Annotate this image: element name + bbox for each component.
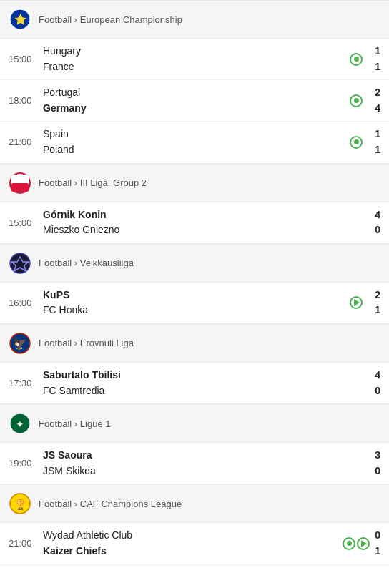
team-name-away: Mieszko Gniezno (43, 223, 346, 237)
league-logo-euro: ⭐ (9, 8, 31, 31)
match-time: 18:00 (9, 95, 43, 106)
match-status (346, 53, 366, 66)
league-name-caf: Football › CAF Champions League (39, 499, 182, 509)
match-scores: 0 1 (366, 529, 380, 558)
match-teams: KuPS FC Honka (43, 288, 346, 318)
match-status (346, 94, 366, 107)
score-away: 1 (375, 303, 380, 318)
team-name-away: FC Samtredia (43, 384, 346, 398)
svg-rect-4 (11, 175, 29, 183)
match-time: 21:00 (9, 538, 43, 549)
team-name-home: Saburtalo Tbilisi (43, 368, 346, 383)
score-home: 3 (375, 449, 380, 463)
score-home: 4 (375, 208, 380, 222)
match-time: 16:00 (9, 298, 43, 308)
match-scores: 1 1 (366, 44, 380, 74)
team-name-home: KuPS (43, 288, 346, 303)
team-name-away: Poland (43, 143, 346, 157)
league-header-iii-liga[interactable]: Football › III Liga, Group 2 (0, 164, 389, 202)
score-away: 0 (375, 384, 380, 398)
svg-text:⭐: ⭐ (14, 14, 27, 26)
team-name-home: Spain (43, 127, 346, 142)
team-name-away: Germany (43, 102, 346, 116)
team-name-home: Górnik Konin (43, 208, 346, 222)
match-row[interactable]: 16:00 KuPS FC Honka 2 1 (0, 283, 389, 324)
match-teams: Hungary France (43, 44, 346, 74)
league-logo-caf: 🏆 (9, 492, 31, 515)
league-logo-erovnuli: 🦅 (9, 332, 31, 355)
svg-rect-3 (11, 183, 29, 192)
league-name-veikkaus: Football › Veikkausliiga (39, 258, 134, 268)
score-away: 1 (375, 544, 380, 559)
score-away: 4 (375, 102, 380, 116)
match-row[interactable]: 15:00 Hungary France 1 1 (0, 39, 389, 80)
league-name-erovnuli: Football › Erovnuli Liga (39, 338, 134, 348)
match-teams: Portugal Germany (43, 86, 346, 115)
svg-text:🏆: 🏆 (14, 499, 27, 511)
league-header-erovnuli[interactable]: 🦅 Football › Erovnuli Liga (0, 324, 389, 363)
score-home: 0 (375, 529, 380, 543)
score-away: 0 (375, 464, 380, 479)
match-time: 15:00 (9, 54, 43, 64)
league-logo-veikkaus (9, 252, 31, 275)
match-row[interactable]: 17:30 Saburtalo Tbilisi FC Samtredia 4 0 (0, 363, 389, 404)
team-name-home: JS Saoura (43, 449, 346, 463)
live-play-indicator (350, 296, 363, 309)
match-scores: 2 4 (366, 86, 380, 115)
score-away: 0 (375, 223, 380, 237)
match-scores: 3 0 (366, 449, 380, 478)
team-name-away: JSM Skikda (43, 464, 346, 479)
match-teams: Wydad Athletic Club Kaizer Chiefs (43, 529, 346, 558)
match-teams: Saburtalo Tbilisi FC Samtredia (43, 368, 346, 398)
match-time: 15:00 (9, 217, 43, 228)
league-header-euro[interactable]: ⭐ Football › European Championship (0, 0, 389, 39)
team-name-away: France (43, 60, 346, 74)
svg-text:🦅: 🦅 (13, 337, 27, 351)
match-scores: 1 1 (366, 127, 380, 157)
live-indicator (350, 136, 363, 149)
league-name-euro: Football › European Championship (39, 14, 182, 25)
match-row[interactable]: 18:00 Portugal Germany 2 4 (0, 80, 389, 122)
league-header-ligue1-alg[interactable]: ✦ Football › Ligue 1 (0, 404, 389, 443)
svg-text:✦: ✦ (16, 418, 24, 430)
live-indicator (350, 53, 363, 66)
score-home: 2 (375, 288, 380, 303)
league-name-ligue1-alg: Football › Ligue 1 (39, 418, 110, 429)
match-teams: Spain Poland (43, 127, 346, 157)
team-name-away: FC Honka (43, 303, 346, 318)
score-home: 1 (375, 44, 380, 59)
match-row[interactable]: 19:00 JS Saoura JSM Skikda 3 0 (0, 443, 389, 484)
score-home: 2 (375, 86, 380, 100)
live-indicator (350, 94, 363, 107)
league-header-caf[interactable]: 🏆 Football › CAF Champions League (0, 484, 389, 523)
score-home: 1 (375, 127, 380, 142)
match-time: 21:00 (9, 137, 43, 147)
match-teams: JS Saoura JSM Skikda (43, 449, 346, 478)
score-away: 1 (375, 60, 380, 74)
match-scores: 4 0 (366, 368, 380, 398)
match-teams: Górnik Konin Mieszko Gniezno (43, 208, 346, 237)
match-scores: 4 0 (366, 208, 380, 237)
league-logo-iii-liga (9, 172, 31, 195)
team-name-home: Hungary (43, 44, 346, 59)
league-header-veikkaus[interactable]: Football › Veikkausliiga (0, 244, 389, 283)
match-row[interactable]: 21:00 Wydad Athletic Club Kaizer Chiefs … (0, 523, 389, 564)
match-row[interactable]: 15:00 Górnik Konin Mieszko Gniezno 4 0 (0, 202, 389, 244)
league-logo-ligue1-alg: ✦ (9, 412, 31, 435)
match-scores: 2 1 (366, 288, 380, 318)
match-time: 17:30 (9, 378, 43, 388)
match-status (346, 537, 366, 550)
team-name-home: Portugal (43, 86, 346, 100)
score-home: 4 (375, 368, 380, 383)
match-row[interactable]: 21:00 Spain Poland 1 1 (0, 122, 389, 163)
match-status (346, 296, 366, 309)
team-name-away: Kaizer Chiefs (43, 544, 346, 559)
match-status (346, 136, 366, 149)
league-name-iii-liga: Football › III Liga, Group 2 (39, 177, 147, 188)
team-name-home: Wydad Athletic Club (43, 529, 346, 543)
match-time: 19:00 (9, 458, 43, 469)
score-away: 1 (375, 143, 380, 157)
